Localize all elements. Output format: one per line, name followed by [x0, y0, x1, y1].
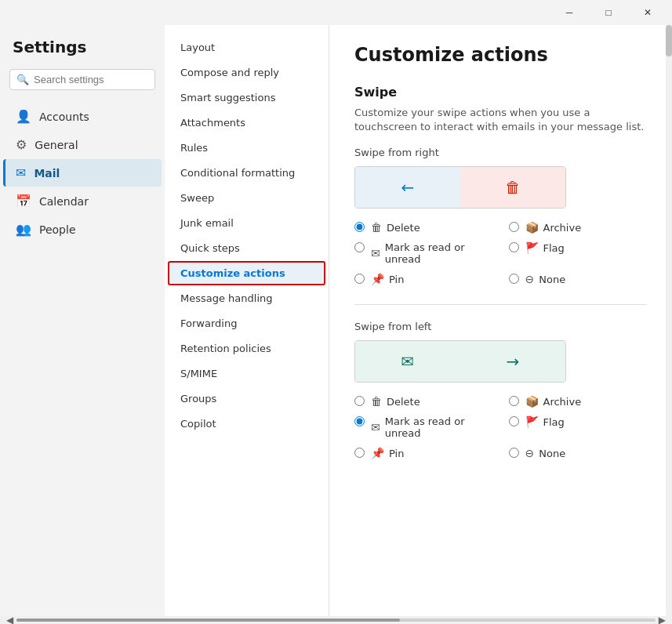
- swipe-left-btn1[interactable]: ✉: [355, 341, 460, 382]
- sidebar-item-accounts[interactable]: 👤 Accounts: [3, 103, 162, 130]
- radio-sfl-archive[interactable]: [509, 396, 519, 406]
- none-icon-left: ⊖: [525, 447, 535, 459]
- swipe-right-btn1[interactable]: ←: [355, 167, 460, 208]
- radio-sfl-mark-read[interactable]: [354, 416, 365, 426]
- scroll-track-horizontal[interactable]: [16, 619, 656, 622]
- swipe-right-options: 🗑 Delete 📦 Archive ✉ Mark as read or unr…: [354, 221, 647, 285]
- label-sfl-archive: Archive: [543, 396, 582, 408]
- menu-item-sweep[interactable]: Sweep: [168, 186, 325, 210]
- flag-icon: 🚩: [525, 241, 539, 254]
- maximize-button[interactable]: □: [590, 0, 627, 25]
- accounts-icon: 👤: [16, 109, 31, 124]
- option-sfr-delete: 🗑 Delete: [354, 221, 493, 234]
- scroll-thumb-horizontal[interactable]: [16, 619, 400, 622]
- radio-sfr-pin[interactable]: [354, 274, 365, 284]
- option-sfl-flag: 🚩 Flag: [509, 415, 648, 439]
- radio-sfl-flag[interactable]: [509, 416, 519, 426]
- minimize-button[interactable]: ─: [551, 0, 587, 25]
- middle-column: Layout Compose and reply Smart suggestio…: [165, 25, 329, 616]
- mark-read-icon-left: ✉: [371, 421, 380, 434]
- page-title: Customize actions: [354, 44, 647, 66]
- swipe-right-btn2[interactable]: 🗑: [460, 167, 565, 208]
- archive-icon-left: 📦: [525, 395, 539, 408]
- menu-item-forwarding[interactable]: Forwarding: [168, 311, 325, 336]
- swipe-left-preview: ✉ →: [354, 340, 566, 383]
- scroll-track[interactable]: [666, 25, 672, 616]
- radio-sfr-mark-read[interactable]: [354, 242, 365, 252]
- menu-item-attachments[interactable]: Attachments: [168, 111, 325, 135]
- radio-sfr-none[interactable]: [509, 274, 519, 284]
- label-sfr-flag: Flag: [543, 242, 565, 254]
- swipe-section-title: Swipe: [354, 85, 647, 100]
- sidebar-item-calendar[interactable]: 📅 Calendar: [3, 187, 162, 215]
- close-button[interactable]: ✕: [630, 0, 666, 25]
- menu-item-groups[interactable]: Groups: [168, 386, 325, 411]
- label-sfr-delete: Delete: [387, 222, 420, 234]
- option-sfl-archive: 📦 Archive: [509, 395, 648, 408]
- radio-sfr-archive[interactable]: [509, 222, 519, 232]
- option-sfr-archive: 📦 Archive: [509, 221, 648, 234]
- label-sfl-mark-read: Mark as read or unread: [385, 415, 493, 439]
- sidebar-item-accounts-label: Accounts: [39, 111, 89, 123]
- option-sfr-none: ⊖ None: [509, 273, 648, 285]
- sidebar: Settings 🔍 👤 Accounts ⚙ General ✉ Mail 📅…: [0, 25, 165, 616]
- radio-sfr-flag[interactable]: [509, 242, 519, 252]
- pin-icon-left: 📌: [371, 447, 384, 459]
- delete-icon-left: 🗑: [371, 395, 382, 408]
- menu-item-conditional-formatting[interactable]: Conditional formatting: [168, 161, 325, 185]
- delete-icon: 🗑: [371, 221, 382, 234]
- option-sfr-pin: 📌 Pin: [354, 273, 493, 285]
- people-icon: 👥: [16, 222, 31, 237]
- sidebar-item-general[interactable]: ⚙ General: [3, 131, 162, 158]
- menu-item-layout[interactable]: Layout: [168, 35, 325, 60]
- calendar-icon: 📅: [16, 194, 31, 209]
- menu-item-retention-policies[interactable]: Retention policies: [168, 336, 325, 361]
- title-bar: ─ □ ✕: [0, 0, 672, 25]
- menu-item-quick-steps[interactable]: Quick steps: [168, 236, 325, 260]
- sidebar-item-people-label: People: [39, 223, 76, 236]
- bottom-scrollbar[interactable]: ◀ ▶: [0, 616, 672, 624]
- swipe-left-label: Swipe from left: [354, 321, 647, 332]
- mark-read-icon: ✉: [371, 247, 380, 259]
- search-input[interactable]: [34, 74, 148, 85]
- menu-item-rules[interactable]: Rules: [168, 136, 325, 160]
- swipe-left-options: 🗑 Delete 📦 Archive ✉ Mark as read or unr…: [354, 395, 647, 459]
- scroll-thumb[interactable]: [666, 25, 672, 56]
- radio-sfl-none[interactable]: [509, 448, 519, 458]
- label-sfl-none: None: [539, 448, 565, 459]
- menu-item-smime[interactable]: S/MIME: [168, 361, 325, 386]
- sidebar-item-mail-label: Mail: [34, 167, 60, 180]
- settings-title: Settings: [0, 38, 165, 69]
- option-sfl-mark-read: ✉ Mark as read or unread: [354, 415, 493, 439]
- menu-item-compose-reply[interactable]: Compose and reply: [168, 60, 325, 85]
- option-sfr-mark-read: ✉ Mark as read or unread: [354, 241, 493, 265]
- radio-sfr-delete[interactable]: [354, 222, 365, 232]
- menu-item-junk-email[interactable]: Junk email: [168, 211, 325, 235]
- swipe-right-label: Swipe from right: [354, 147, 647, 158]
- menu-item-smart-suggestions[interactable]: Smart suggestions: [168, 85, 325, 110]
- swipe-right-preview: ← 🗑: [354, 166, 566, 209]
- sidebar-item-calendar-label: Calendar: [39, 195, 89, 208]
- archive-icon: 📦: [525, 221, 539, 234]
- label-sfr-archive: Archive: [543, 222, 582, 234]
- swipe-left-btn2[interactable]: →: [460, 341, 565, 382]
- label-sfl-pin: Pin: [389, 448, 404, 459]
- sidebar-item-people[interactable]: 👥 People: [3, 216, 162, 243]
- sidebar-item-mail[interactable]: ✉ Mail: [3, 159, 162, 187]
- label-sfr-pin: Pin: [389, 274, 404, 285]
- menu-item-customize-actions[interactable]: Customize actions: [168, 261, 325, 285]
- pin-icon: 📌: [371, 273, 384, 285]
- scroll-left-arrow[interactable]: ◀: [6, 615, 13, 624]
- radio-sfl-delete[interactable]: [354, 396, 365, 406]
- swipe-section-desc: Customize your swipe actions when you us…: [354, 106, 647, 134]
- option-sfl-delete: 🗑 Delete: [354, 395, 493, 408]
- radio-sfl-pin[interactable]: [354, 448, 365, 458]
- search-box[interactable]: 🔍: [9, 69, 155, 90]
- flag-icon-left: 🚩: [525, 415, 539, 428]
- option-sfr-flag: 🚩 Flag: [509, 241, 648, 265]
- label-sfl-delete: Delete: [387, 396, 420, 408]
- option-sfl-none: ⊖ None: [509, 447, 648, 459]
- menu-item-message-handling[interactable]: Message handling: [168, 286, 325, 310]
- menu-item-copilot[interactable]: Copilot: [168, 412, 325, 436]
- mail-icon: ✉: [16, 165, 26, 180]
